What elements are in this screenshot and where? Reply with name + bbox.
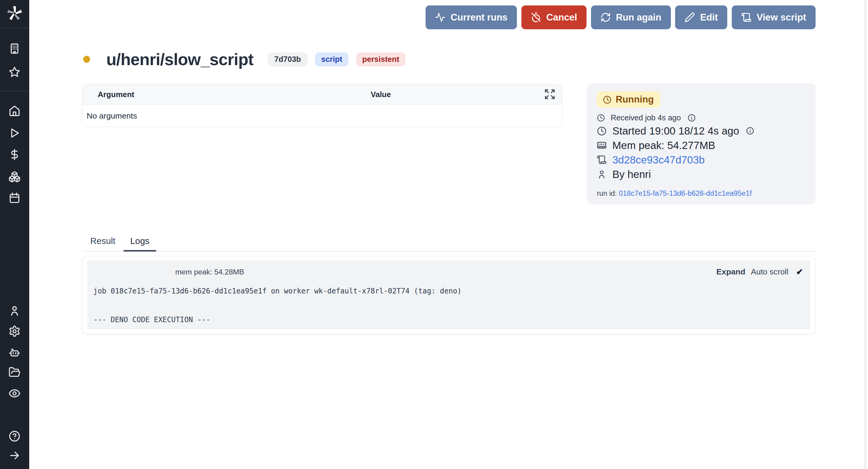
eye-icon [8, 387, 21, 399]
cancel-label: Cancel [547, 12, 577, 23]
result-logs-tabs: Result Logs [84, 232, 156, 252]
sidebar-item-variables[interactable] [0, 148, 29, 160]
run-again-button[interactable]: Run again [591, 5, 671, 29]
sidebar-item-audit-logs[interactable] [0, 387, 29, 399]
sidebar-item-home[interactable] [0, 105, 29, 117]
autoscroll-checkbox[interactable]: ✔ [796, 267, 803, 277]
clock-icon [603, 95, 612, 104]
scroll-icon [597, 155, 607, 165]
sidebar-divider [0, 91, 29, 91]
status-dot [83, 56, 90, 63]
job-status-panel: Running Received job 4s ago Started 19:0… [587, 83, 815, 204]
started-row: Started 19:00 18/12 4s ago [597, 124, 806, 138]
sidebar-item-help[interactable] [0, 430, 29, 442]
received-text: Received job 4s ago [611, 113, 681, 122]
action-toolbar: Current runs Cancel Run again Edit View … [426, 5, 815, 29]
mem-peak-text: Mem peak: 54.277MB [613, 138, 715, 153]
log-line [93, 298, 806, 313]
tab-result[interactable]: Result [84, 232, 122, 252]
user-icon [8, 304, 21, 317]
script-header: u/henri/slow_script 7d703b script persis… [83, 49, 405, 70]
run-id-row: run id: 018c7e15-fa75-13d6-b626-dd1c1ea9… [597, 189, 806, 198]
page-title: u/henri/slow_script [106, 50, 253, 69]
log-expand-button[interactable]: Expand [716, 267, 745, 276]
arrow-right-icon [8, 449, 21, 462]
sidebar-item-favorites[interactable] [0, 66, 29, 78]
sidebar-item-workspace[interactable] [0, 42, 29, 55]
play-icon [8, 127, 21, 139]
cancel-button[interactable]: Cancel [521, 5, 587, 29]
pencil-icon [684, 12, 695, 23]
tabs-divider [82, 251, 815, 252]
log-mem-peak: mem peak: 54.28MB [175, 268, 244, 276]
persistent-badge: persistent [356, 53, 405, 66]
received-row: Received job 4s ago [597, 113, 806, 122]
clock-icon [597, 114, 605, 122]
calendar-icon [8, 192, 21, 204]
windmill-logo-icon[interactable] [0, 5, 29, 22]
running-status-label: Running [616, 94, 654, 105]
edit-button[interactable]: Edit [675, 5, 727, 29]
expand-table-button[interactable] [544, 88, 556, 101]
sidebar-item-workers[interactable] [0, 346, 29, 358]
timer-off-icon [531, 12, 541, 23]
script-badges: 7d703b script persistent [268, 53, 405, 66]
script-hash-link[interactable]: 3d28ce93c47d703b [613, 153, 705, 167]
triggered-by-row: By henri [597, 167, 806, 182]
scroll-icon [741, 12, 752, 23]
logs-panel: mem peak: 54.28MB Expand Auto scroll ✔ j… [82, 256, 815, 334]
no-arguments-text: No arguments [87, 111, 137, 121]
refresh-icon [600, 12, 611, 23]
kind-badge: script [315, 53, 348, 66]
sidebar-item-resources[interactable] [0, 171, 29, 183]
current-runs-button[interactable]: Current runs [426, 5, 517, 29]
sidebar-collapse-toggle[interactable] [0, 449, 29, 462]
log-line: --- DENO CODE EXECUTION --- [93, 313, 806, 327]
log-output: job 018c7e15-fa75-13d6-b626-dd1c1ea95e1f… [93, 284, 806, 327]
value-column-header: Value [371, 90, 391, 99]
arguments-table: Argument Value No arguments [82, 84, 563, 127]
gear-icon [8, 325, 21, 337]
home-icon [8, 105, 21, 117]
sidebar [0, 0, 29, 469]
log-controls: Expand Auto scroll ✔ [716, 267, 803, 277]
clock-icon [597, 126, 607, 136]
arguments-empty-row: No arguments [82, 105, 562, 127]
help-circle-icon [8, 430, 21, 442]
info-icon[interactable] [687, 114, 696, 122]
argument-column-header: Argument [82, 90, 134, 99]
run-id-label: run id: [597, 189, 617, 197]
user-icon [597, 169, 607, 179]
autoscroll-label: Auto scroll [751, 267, 788, 276]
star-icon [8, 66, 21, 78]
triggered-by-text: By henri [613, 167, 651, 182]
run-id-link[interactable]: 018c7e15-fa75-13d6-b626-dd1c1ea95e1f [619, 189, 752, 197]
sidebar-item-account[interactable] [0, 304, 29, 317]
dollar-icon [8, 148, 21, 160]
running-status-badge: Running [597, 91, 660, 108]
hash-badge: 7d703b [268, 53, 307, 66]
sidebar-item-folders[interactable] [0, 366, 29, 378]
script-run-page: Current runs Cancel Run again Edit View … [0, 0, 868, 469]
activity-icon [435, 12, 445, 23]
tab-logs[interactable]: Logs [124, 232, 156, 252]
info-icon[interactable] [746, 127, 754, 135]
robot-icon [8, 346, 21, 358]
sidebar-item-schedules[interactable] [0, 192, 29, 204]
sidebar-item-settings[interactable] [0, 325, 29, 337]
view-script-button[interactable]: View script [732, 5, 815, 29]
script-hash-row: 3d28ce93c47d703b [597, 153, 806, 167]
sidebar-item-runs[interactable] [0, 127, 29, 139]
page-scrollbar[interactable] [864, 0, 867, 469]
run-again-label: Run again [616, 12, 661, 23]
arguments-table-header: Argument Value [82, 84, 562, 105]
edit-label: Edit [700, 12, 718, 23]
logs-viewer: mem peak: 54.28MB Expand Auto scroll ✔ j… [87, 261, 810, 329]
expand-icon [544, 88, 556, 100]
memory-icon [597, 140, 607, 150]
mem-peak-row: Mem peak: 54.277MB [597, 138, 806, 153]
building-icon [8, 42, 21, 55]
current-runs-label: Current runs [451, 12, 507, 23]
started-text: Started 19:00 18/12 4s ago [613, 124, 739, 138]
view-script-label: View script [756, 12, 806, 23]
